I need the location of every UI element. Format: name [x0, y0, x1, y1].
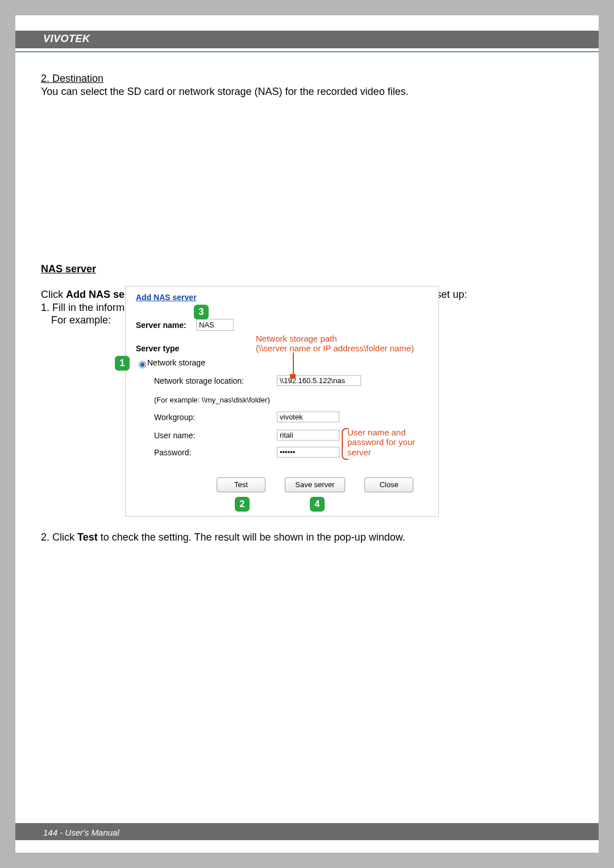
annotation-arrow-icon — [293, 352, 294, 376]
annotation-storage-path-line1: Network storage path — [256, 334, 337, 343]
storage-location-label: Network storage location: — [154, 376, 244, 385]
password-input[interactable] — [277, 447, 339, 458]
header-bar — [15, 31, 599, 48]
step-2-row: 2. Click Test to check the setting. The … — [41, 531, 570, 543]
step-1-example: For example: — [41, 314, 111, 326]
workgroup-input[interactable] — [277, 412, 339, 422]
footer-text: 144 - User's Manual — [43, 828, 119, 837]
annotation-arrowhead-icon — [290, 374, 296, 379]
page: VIVOTEK 2. Destination You can select th… — [15, 15, 599, 853]
nas-server-heading: NAS server — [41, 263, 570, 276]
panel-title: Add NAS server — [136, 293, 197, 302]
test-button[interactable]: Test — [217, 477, 265, 492]
storage-example-hint: (For example: \\my_nas\disk\folder) — [154, 396, 270, 404]
network-storage-radio[interactable] — [139, 361, 146, 368]
callout-4: 4 — [310, 497, 325, 512]
step-2-post: to check the setting. The result will be… — [98, 531, 405, 543]
section-destination-title: 2. Destination — [41, 73, 103, 84]
workgroup-label: Workgroup: — [154, 413, 195, 422]
server-name-input[interactable] — [196, 319, 234, 331]
callout-3: 3 — [194, 305, 209, 319]
add-nas-server-panel: Add NAS server Server name: Server type … — [125, 286, 439, 517]
callout-1: 1 — [115, 356, 130, 371]
username-label: User name: — [154, 431, 195, 440]
annotation-storage-path-line2: (\\server name or IP address\folder name… — [256, 343, 414, 353]
username-input[interactable] — [277, 430, 339, 441]
nas-intro-pre: Click — [41, 289, 66, 300]
callout-2: 2 — [235, 497, 250, 512]
network-storage-radio-label: Network storage — [147, 358, 205, 367]
password-label: Password: — [154, 448, 191, 457]
server-name-label: Server name: — [136, 321, 186, 330]
brand-label: VIVOTEK — [43, 33, 90, 45]
section-destination-body: You can select the SD card or network st… — [41, 86, 409, 97]
annotation-credentials: User name and password for your server — [347, 427, 438, 457]
step-2-pre: 2. Click — [41, 531, 77, 543]
save-server-button[interactable]: Save server — [285, 477, 345, 492]
annotation-storage-path: Network storage path (\\server name or I… — [256, 334, 426, 354]
step-2-bold: Test — [77, 531, 98, 543]
server-type-label: Server type — [136, 344, 179, 353]
header-accent-line — [15, 51, 599, 52]
close-button[interactable]: Close — [364, 477, 413, 492]
